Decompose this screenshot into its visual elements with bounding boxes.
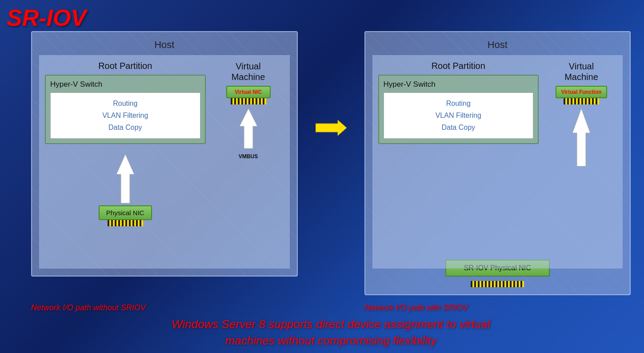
left-routing-box: RoutingVLAN FilteringData Copy bbox=[50, 92, 200, 139]
right-hyperv-switch: Hyper-V Switch RoutingVLAN FilteringData… bbox=[378, 75, 539, 144]
left-nic-connector bbox=[108, 220, 143, 226]
right-root-partition: Root Partition Hyper-V Switch RoutingVLA… bbox=[378, 61, 539, 263]
left-hyperv-switch: Hyper-V Switch RoutingVLAN FilteringData… bbox=[45, 75, 206, 144]
right-host-label: Host bbox=[372, 39, 623, 51]
right-root-partition-label: Root Partition bbox=[432, 61, 485, 71]
right-sr-iov-connector-area bbox=[372, 281, 623, 287]
left-vnic-box: Virtual NIC bbox=[226, 86, 271, 98]
io-path-right-text: Network I/O path with SRIOV bbox=[364, 303, 631, 313]
bottom-caption-line1: Windows Server 8 supports direct device … bbox=[172, 317, 490, 331]
right-routing-box: RoutingVLAN FilteringData Copy bbox=[384, 92, 534, 139]
page-title: SR-IOV bbox=[7, 4, 86, 31]
right-virtual-function-box: Virtual Function bbox=[556, 86, 607, 98]
right-arrow-area bbox=[570, 106, 592, 170]
right-sr-iov-connector bbox=[471, 281, 524, 287]
right-diagram: Host Root Partition Hyper-V Switch Routi… bbox=[364, 31, 631, 295]
left-vm-col: VirtualMachine Virtual NIC VMBUS bbox=[213, 61, 284, 263]
left-root-partition: Root Partition Hyper-V Switch RoutingVLA… bbox=[45, 61, 206, 263]
left-arrow-area bbox=[114, 152, 136, 205]
right-vf-connector bbox=[564, 98, 599, 104]
left-vmbus-label: VMBUS bbox=[237, 153, 260, 160]
left-vnic-connector bbox=[231, 98, 266, 104]
bottom-caption: Windows Server 8 supports direct device … bbox=[31, 316, 631, 349]
io-path-row: Network I/O path without SRIOV Network I… bbox=[31, 303, 631, 313]
io-path-left-text: Network I/O path without SRIOV bbox=[31, 303, 298, 313]
svg-marker-1 bbox=[240, 108, 257, 148]
right-host-inner: Root Partition Hyper-V Switch RoutingVLA… bbox=[372, 55, 623, 269]
left-vmbus-arrow bbox=[237, 106, 260, 151]
left-root-partition-label: Root Partition bbox=[98, 61, 152, 71]
left-vm-label: VirtualMachine bbox=[232, 61, 265, 82]
left-diagram: Host Root Partition Hyper-V Switch Routi… bbox=[31, 31, 298, 277]
yellow-arrow-icon bbox=[316, 120, 347, 136]
left-routing-text: RoutingVLAN FilteringData Copy bbox=[57, 97, 194, 134]
left-vmbus-area: VMBUS bbox=[237, 106, 260, 160]
left-host-label: Host bbox=[39, 39, 290, 51]
center-arrow-area bbox=[316, 31, 347, 136]
left-up-arrow bbox=[114, 152, 136, 205]
left-physical-nic-box: Physical NIC bbox=[99, 205, 152, 220]
left-hyperv-label: Hyper-V Switch bbox=[50, 80, 200, 89]
right-routing-text: RoutingVLAN FilteringData Copy bbox=[390, 97, 527, 134]
right-vm-label: VirtualMachine bbox=[564, 61, 598, 82]
bottom-texts: Network I/O path without SRIOV Network I… bbox=[31, 303, 631, 349]
right-hyperv-label: Hyper-V Switch bbox=[384, 80, 534, 89]
svg-marker-3 bbox=[572, 108, 590, 166]
main-content: Host Root Partition Hyper-V Switch Routi… bbox=[31, 31, 631, 295]
right-vm-col: VirtualMachine Virtual Function bbox=[546, 61, 617, 263]
svg-marker-0 bbox=[116, 154, 134, 203]
bottom-caption-line2: machines without compromising flexibilit… bbox=[225, 334, 436, 347]
right-up-arrow bbox=[570, 106, 592, 168]
svg-marker-2 bbox=[316, 120, 347, 136]
left-host-inner: Root Partition Hyper-V Switch RoutingVLA… bbox=[39, 55, 290, 269]
